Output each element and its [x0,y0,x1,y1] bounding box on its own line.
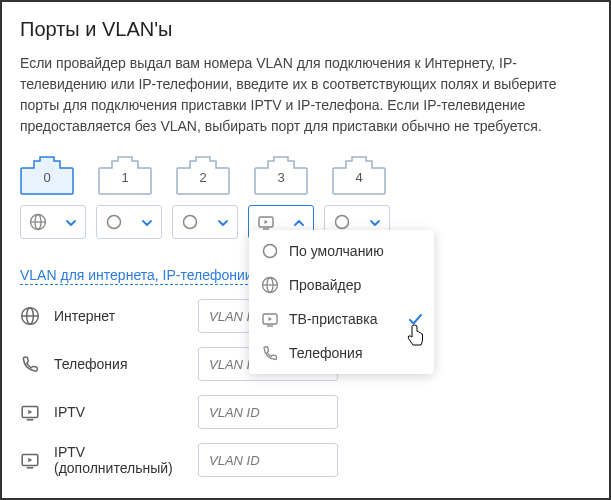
dd-item-provider[interactable]: Провайдер [249,268,434,302]
globe-icon [20,306,40,326]
field-label: Интернет [54,308,184,324]
globe-icon [29,213,47,231]
dd-item-telephony[interactable]: Телефония [249,336,434,370]
globe-icon [261,276,279,294]
port-type-dropdown: По умолчанию Провайдер ТВ-приставка Теле… [249,230,434,374]
port-number: 2 [199,170,206,185]
tv-icon [20,402,40,422]
field-label: IPTV (дополнительный) [54,444,184,476]
vlan-id-input-iptv-extra[interactable] [198,443,338,477]
port-number: 3 [277,170,284,185]
dd-label: ТВ-приставка [289,311,377,327]
chevron-down-icon [141,216,153,228]
port-number: 1 [121,170,128,185]
field-iptv-extra: IPTV (дополнительный) [20,443,591,477]
tv-icon [257,213,275,231]
port-number: 0 [43,170,50,185]
dd-item-default[interactable]: По умолчанию [249,234,434,268]
port-select-2[interactable] [172,205,238,239]
circle-icon [105,213,123,231]
circle-icon [333,213,351,231]
circle-icon [261,242,279,260]
port-3[interactable]: 3 [254,155,308,195]
port-4[interactable]: 4 [332,155,386,195]
field-label: Телефония [54,356,184,372]
vlan-panel: Порты и VLAN'ы Если провайдер выдал вам … [0,0,611,500]
field-label: IPTV [54,404,184,420]
port-number: 4 [355,170,362,185]
dd-label: Провайдер [289,277,361,293]
tv-icon [261,310,279,328]
chevron-up-icon [293,216,305,228]
port-select-1[interactable] [96,205,162,239]
chevron-down-icon [369,216,381,228]
chevron-down-icon [65,216,77,228]
page-title: Порты и VLAN'ы [20,18,591,41]
chevron-down-icon [217,216,229,228]
ports-row: 0 1 2 3 4 [20,155,591,195]
tv-icon [20,450,40,470]
vlan-section-link[interactable]: VLAN для интернета, IP-телефонии [20,267,253,285]
port-2[interactable]: 2 [176,155,230,195]
dd-label: Телефония [289,345,362,361]
phone-icon [261,344,279,362]
port-0[interactable]: 0 [20,155,74,195]
dd-label: По умолчанию [289,243,384,259]
vlan-id-input-iptv[interactable] [198,395,338,429]
dd-item-stb[interactable]: ТВ-приставка [249,302,434,336]
port-select-0[interactable] [20,205,86,239]
check-icon [408,312,422,326]
phone-icon [20,354,40,374]
field-iptv: IPTV [20,395,591,429]
page-description: Если провайдер выдал вам номера VLAN для… [20,53,591,137]
port-1[interactable]: 1 [98,155,152,195]
circle-icon [181,213,199,231]
